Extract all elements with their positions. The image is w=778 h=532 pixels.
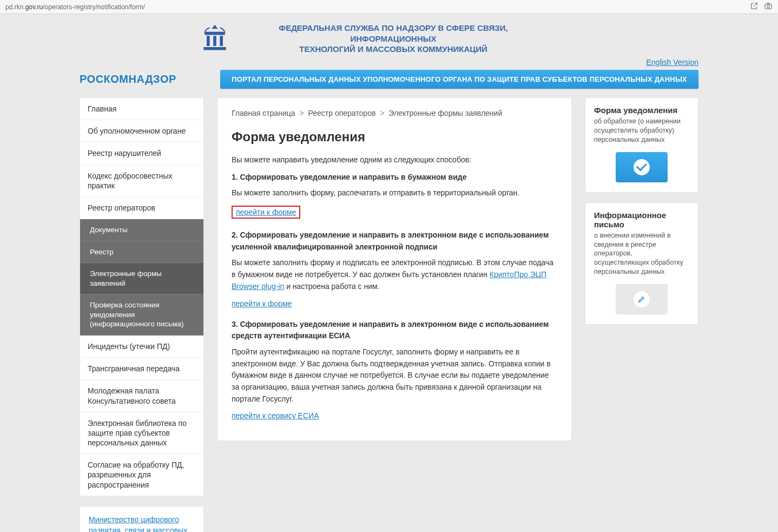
menu-item-about-authority[interactable]: Об уполномоченном органе [80,120,203,142]
breadcrumb-sep: > [299,109,304,117]
browser-address-bar: pd.rkn.gov.ru/operators-registry/notific… [0,0,778,14]
portal-banner: ПОРТАЛ ПЕРСОНАЛЬНЫХ ДАННЫХ УПОЛНОМОЧЕННО… [220,70,698,89]
section-2-text-b: и настроена работа с ним. [284,282,379,291]
agency-title-line2: ТЕХНОЛОГИЙ И МАССОВЫХ КОММУНИКАЦИЙ [242,44,545,55]
menu-item-youth-chamber[interactable]: Молодежная палата Консультативного совет… [80,380,203,412]
edit-badge-icon [616,284,668,314]
url-gov: gov.ru [25,3,43,11]
section-3-heading: 3. Сформировать уведомление и направить … [232,319,557,342]
section-2-text: Вы можете заполнить форму и подписать ее… [232,257,557,292]
main-menu: Главная Об уполномоченном органе Реестр … [80,97,204,496]
go-to-esia-link[interactable]: перейти к сервису ЕСИА [232,411,319,420]
go-to-form-link-esign[interactable]: перейти к форме [232,299,292,308]
breadcrumb-registry[interactable]: Реестр операторов [308,109,376,117]
menu-item-home[interactable]: Главная [80,98,203,120]
menu-item-incidents[interactable]: Инциденты (утечки ПД) [80,336,203,358]
section-3-text: Пройти аутентификацию на портале Госуслу… [232,346,557,405]
svg-point-1 [767,5,770,8]
site-logo[interactable]: РОСКОМНАДЗОР [80,70,204,86]
link-ministry-digital[interactable]: Министерство цифрового развития, связи и… [89,515,187,532]
agency-title: ФЕДЕРАЛЬНАЯ СЛУЖБА ПО НАДЗОРУ В СФЕРЕ СВ… [242,23,545,55]
breadcrumb-home[interactable]: Главная страница [232,109,295,117]
submenu-item-registry[interactable]: Реестр [80,241,203,264]
right-card-1-title: Форма уведомления [594,106,689,115]
right-card-2-title: Информационное письмо [594,211,689,229]
emblem-icon [199,22,231,56]
menu-item-operators-registry[interactable]: Реестр операторов [80,197,203,219]
submenu-item-check-status[interactable]: Проверка состояния уведомления (информац… [80,294,203,336]
right-card-notification-form[interactable]: Форма уведомления об обработке (о намере… [585,97,698,193]
menu-item-best-practices-code[interactable]: Кодекс добросовестных практик [80,165,203,197]
content-card: Главная страница > Реестр операторов > Э… [217,97,572,441]
breadcrumb-current: Электронные формы заявлений [388,109,502,117]
svg-rect-0 [765,4,772,9]
breadcrumb-sep: > [380,109,384,117]
url-suffix: /operators-registry/notification/form/ [43,3,145,11]
right-card-1-sub: об обработке (о намерении осуществлять о… [594,117,689,145]
section-1-heading: 1. Сформировать уведомление и направить … [232,172,557,183]
english-version-link[interactable]: English Version [646,58,698,67]
check-badge-icon [616,152,668,182]
menu-item-consent[interactable]: Согласие на обработку ПД, разрешенных дл… [80,454,203,496]
submenu-operators-registry: Документы Реестр Электронные формы заявл… [80,219,203,336]
right-card-info-letter[interactable]: Информационное письмо о внесении изменен… [585,202,698,325]
camera-icon[interactable] [764,2,773,12]
menu-item-violators-registry[interactable]: Реестр нарушителей [80,142,203,165]
page-title: Форма уведомления [232,129,557,145]
url-display: pd.rkn.gov.ru/operators-registry/notific… [5,3,750,11]
section-1-text: Вы можете заполнить форму, распечатать и… [232,187,557,199]
go-to-form-link-paper[interactable]: перейти к форме [232,206,300,219]
menu-item-crossborder[interactable]: Трансграничная передача [80,358,203,380]
external-links-panel: Министерство цифрового развития, связи и… [80,506,204,532]
intro-text: Вы можете направить уведомление одним из… [232,154,557,166]
section-2-heading: 2. Сформировать уведомление и направить … [232,229,557,253]
breadcrumb: Главная страница > Реестр операторов > Э… [232,109,557,117]
right-card-2-sub: о внесении изменений в сведения в реестр… [594,231,689,277]
agency-title-line1: ФЕДЕРАЛЬНАЯ СЛУЖБА ПО НАДЗОРУ В СФЕРЕ СВ… [242,23,545,44]
menu-item-elibrary[interactable]: Электронная библиотека по защите прав су… [80,412,203,455]
open-external-icon[interactable] [750,2,759,12]
submenu-item-documents[interactable]: Документы [80,219,203,241]
submenu-item-electronic-forms[interactable]: Электронные формы заявлений [80,263,203,294]
url-prefix: pd.rkn. [5,3,25,11]
